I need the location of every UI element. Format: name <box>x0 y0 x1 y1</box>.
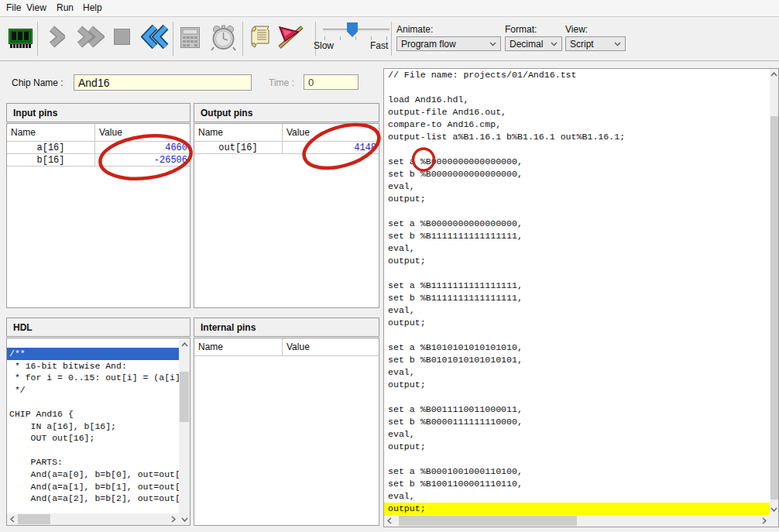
hdl-panel: HDL /** * 16-bit bitwise And: * for i = … <box>6 317 190 526</box>
code-line: // File name: projects/01/And16.tst <box>388 69 770 81</box>
toolbar-separator <box>242 22 243 56</box>
column-header-value[interactable]: Value <box>95 124 190 141</box>
run-icon[interactable] <box>76 26 105 51</box>
menu-help[interactable]: Help <box>83 2 102 13</box>
reset-icon[interactable] <box>141 24 170 53</box>
toolbar: Slow Fast Animate: Program flow Format: … <box>0 18 779 61</box>
code-line: compare-to And16.cmp, <box>388 118 770 131</box>
speed-slider-thumb[interactable] <box>347 22 358 37</box>
script-vertical-scrollbar[interactable] <box>770 69 778 515</box>
input-pins-table[interactable]: Name Value a[16]4660b[16]-26506 <box>6 123 190 308</box>
animate-select[interactable]: Program flow <box>396 36 501 51</box>
column-header-value[interactable]: Value <box>283 338 379 355</box>
single-step-icon[interactable] <box>48 26 65 51</box>
scrollbar-corner <box>770 515 778 527</box>
code-line: IN a[16], b[16]; <box>9 420 179 433</box>
animate-value: Program flow <box>401 39 456 50</box>
code-line: */ <box>9 384 179 396</box>
code-line <box>388 205 770 218</box>
pin-value: 4660 <box>95 142 190 153</box>
menu-run[interactable]: Run <box>57 2 74 13</box>
column-header-value[interactable]: Value <box>283 124 379 141</box>
hdl-horizontal-scrollbar[interactable] <box>7 513 179 525</box>
code-line: output; <box>388 379 770 391</box>
view-value: Script <box>570 39 594 50</box>
scroll-left-icon[interactable] <box>7 513 18 525</box>
slider-tick <box>355 36 356 40</box>
code-line: And(a=a[2], b=b[2], out=out[ <box>9 493 179 505</box>
input-pins-panel: Input pins Name Value a[16]4660b[16]-265… <box>6 103 190 308</box>
scroll-right-icon[interactable] <box>759 515 770 527</box>
code-line: load And16.hdl, <box>388 94 770 106</box>
code-line: /** <box>7 348 179 360</box>
scroll-up-icon[interactable] <box>770 69 778 80</box>
code-line: eval, <box>388 366 770 379</box>
input-pins-title: Input pins <box>6 103 190 122</box>
calculator-icon[interactable] <box>180 26 203 53</box>
scrollbar-thumb[interactable] <box>399 516 577 526</box>
script-icon[interactable] <box>249 25 272 52</box>
clock-icon[interactable] <box>209 25 238 54</box>
table-row[interactable]: out[16]4148 <box>194 142 379 154</box>
hdl-code-area[interactable]: /** * 16-bit bitwise And: * for i = 0..1… <box>7 338 179 513</box>
code-line <box>388 453 770 465</box>
menu-file[interactable]: File <box>6 2 21 13</box>
script-code-area[interactable]: // File name: projects/01/And16.tst load… <box>384 69 770 515</box>
code-line <box>388 267 770 280</box>
scrollbar-thumb[interactable] <box>770 116 778 499</box>
toolbar-separator <box>37 22 38 56</box>
scroll-down-icon[interactable] <box>179 513 190 525</box>
scroll-left-icon[interactable] <box>384 515 395 527</box>
internal-pins-panel: Internal pins Name Value <box>194 317 379 526</box>
format-select[interactable]: Decimal <box>505 36 562 51</box>
column-header-name[interactable]: Name <box>194 338 283 355</box>
pin-value: -26506 <box>95 154 190 166</box>
chevron-down-icon <box>551 42 558 46</box>
code-line: set a %B0000000000000000, <box>388 218 770 230</box>
code-line: set a %B1111111111111111, <box>388 280 770 292</box>
code-line: set b %B1001100001110110, <box>388 478 770 490</box>
time-label: Time : <box>269 77 294 88</box>
table-header: Name Value <box>194 338 379 356</box>
scroll-right-icon[interactable] <box>168 513 179 525</box>
code-line: output; <box>388 193 770 205</box>
column-header-name[interactable]: Name <box>194 124 283 141</box>
code-line: output; <box>388 441 770 453</box>
hdl-vertical-scrollbar[interactable] <box>179 338 190 525</box>
toolbar-separator <box>391 22 392 56</box>
pin-name: a[16] <box>7 142 95 153</box>
chip-icon[interactable] <box>9 28 33 52</box>
chip-name-label: Chip Name : <box>12 77 63 88</box>
pin-name: b[16] <box>7 154 95 166</box>
scrollbar-thumb[interactable] <box>18 514 50 524</box>
script-horizontal-scrollbar[interactable] <box>384 515 770 527</box>
code-line: eval, <box>388 242 770 255</box>
code-line: eval, <box>388 428 770 441</box>
view-select[interactable]: Script <box>565 36 626 51</box>
stop-icon[interactable] <box>114 29 130 48</box>
code-line: * for i = 0..15: out[i] = (a[i] <box>9 372 179 384</box>
column-header-name[interactable]: Name <box>7 124 95 141</box>
code-line: set a %B0000000000000000, <box>388 156 770 168</box>
internal-pins-table[interactable]: Name Value <box>194 338 379 526</box>
chip-name-field[interactable]: And16 <box>74 74 252 91</box>
table-row[interactable]: b[16]-26506 <box>7 154 190 166</box>
code-line <box>388 143 770 156</box>
scroll-down-icon[interactable] <box>770 504 778 515</box>
script-panel: // File name: projects/01/And16.tst load… <box>383 68 779 527</box>
scroll-up-icon[interactable] <box>179 338 190 350</box>
output-pins-panel: Output pins Name Value out[16]4148 <box>194 103 379 308</box>
code-line: OUT out[16]; <box>9 432 179 444</box>
code-line <box>388 329 770 342</box>
breakpoint-flag-icon[interactable] <box>276 25 304 52</box>
hdl-title: HDL <box>6 317 190 337</box>
scrollbar-thumb[interactable] <box>180 372 189 422</box>
table-row[interactable]: a[16]4660 <box>7 142 190 154</box>
code-line <box>388 81 770 94</box>
output-pins-table[interactable]: Name Value out[16]4148 <box>194 123 379 308</box>
chevron-down-icon <box>489 42 496 46</box>
animate-label: Animate: <box>396 24 433 35</box>
slider-tick <box>340 36 341 40</box>
code-line: eval, <box>388 304 770 317</box>
menu-view[interactable]: View <box>26 2 46 13</box>
